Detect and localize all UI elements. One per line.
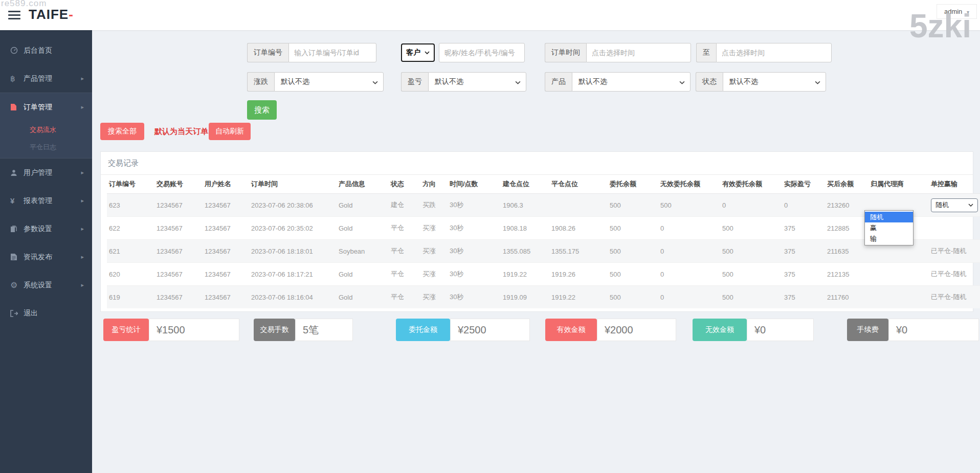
chevron-right-icon: ▸	[81, 75, 84, 82]
cell-invalid: 0	[658, 263, 720, 286]
cell-name: 1234567	[203, 240, 249, 263]
cell-open: 1355.085	[501, 240, 549, 263]
search-button[interactable]: 搜索	[247, 100, 277, 120]
cell-status: 建仓	[389, 194, 420, 217]
sidebar-item-orders[interactable]: 订单管理 ▸	[0, 93, 92, 121]
sidebar-item-label: 资讯发布	[24, 253, 52, 262]
stat-valid-amount: 有效金额 ¥2000	[545, 319, 676, 341]
cell-status: 平仓	[389, 240, 420, 263]
cell-period: 30秒	[448, 286, 501, 309]
sidebar-item-news[interactable]: 资讯发布 ▸	[0, 243, 92, 271]
to-label: 至	[696, 43, 716, 62]
product-select[interactable]: 默认不选	[572, 72, 691, 92]
cell-after: 211760	[825, 286, 868, 309]
cell-product: Gold	[337, 194, 389, 217]
order-no-input[interactable]	[288, 43, 376, 62]
today-orders-note: 默认为当天订单	[154, 123, 208, 140]
search-all-button[interactable]: 搜索全部	[100, 123, 144, 140]
sidebar-item-users[interactable]: 用户管理 ▸	[0, 159, 92, 187]
cell-name: 1234567	[203, 194, 249, 217]
cell-after: 213260	[825, 194, 868, 217]
table-row: 620123456712345672023-07-06 18:17:21Gold…	[107, 263, 980, 286]
user-name: admin	[944, 8, 962, 15]
table-row: 621123456712345672023-07-06 18:18:01Soyb…	[107, 240, 980, 263]
column-header: 交易账号	[154, 175, 203, 194]
filter-order-time: 订单时间 至	[545, 43, 832, 62]
sidebar-item-settings[interactable]: ⚙ 系统设置 ▸	[0, 271, 92, 299]
stat-label: 盈亏统计	[103, 319, 149, 341]
time-from-input[interactable]	[586, 43, 691, 62]
column-header: 无效委托余额	[658, 175, 720, 194]
chevron-right-icon: ▸	[81, 254, 84, 260]
column-header: 状态	[389, 175, 420, 194]
cell-direction: 买涨	[420, 217, 448, 240]
cell-profit: 375	[782, 240, 825, 263]
sidebar-item-label: 用户管理	[24, 168, 52, 177]
column-header: 实际盈亏	[782, 175, 825, 194]
win-control-select[interactable]: 随机	[931, 198, 978, 212]
sidebar-item-logout[interactable]: 退出	[0, 299, 92, 327]
sidebar-item-reports[interactable]: ¥ 报表管理 ▸	[0, 187, 92, 215]
dropdown-option[interactable]: 输	[865, 233, 913, 244]
cell-entrust: 500	[608, 194, 658, 217]
cell-id: 619	[107, 286, 154, 309]
user-menu[interactable]: admin ▾	[937, 4, 977, 19]
auto-refresh-button[interactable]: 自动刷新	[209, 123, 251, 140]
table-row: 622123456712345672023-07-06 20:35:02Gold…	[107, 217, 980, 240]
updown-select[interactable]: 默认不选	[274, 72, 384, 92]
cell-after: 211635	[825, 240, 868, 263]
profit-label: 盈亏	[401, 72, 428, 92]
sidebar-item-params[interactable]: 参数设置 ▸	[0, 215, 92, 243]
dropdown-option[interactable]: 随机	[865, 212, 913, 222]
column-header: 归属代理商	[868, 175, 929, 194]
stat-value: 5笔	[295, 319, 353, 341]
cell-direction: 买涨	[420, 286, 448, 309]
cell-invalid: 0	[658, 217, 720, 240]
sidebar-subitem-close-log[interactable]: 平仓日志	[0, 139, 92, 156]
stat-fee: 手续费 ¥0	[847, 319, 979, 341]
win-control-dropdown: 随机赢输	[864, 210, 914, 245]
column-header: 方向	[420, 175, 448, 194]
sidebar-group-orders: 订单管理 ▸ 交易流水 平仓日志	[0, 93, 92, 159]
cell-control: 已平仓-随机	[929, 240, 980, 263]
menu-toggle-icon[interactable]	[8, 11, 20, 21]
cell-direction: 买跌	[420, 194, 448, 217]
updown-label: 涨跌	[247, 72, 274, 92]
table-row: 623123456712345672023-07-06 20:38:06Gold…	[107, 194, 980, 217]
sidebar-item-products[interactable]: ฿ 产品管理 ▸	[0, 64, 92, 93]
stat-profit-total: 盈亏统计 ¥1500	[103, 319, 239, 341]
chevron-right-icon: ▸	[81, 104, 84, 110]
cell-profit: 375	[782, 286, 825, 309]
dashboard-icon	[10, 47, 24, 54]
time-to-input[interactable]	[716, 43, 832, 62]
dropdown-option[interactable]: 赢	[865, 222, 913, 233]
column-header: 订单时间	[249, 175, 337, 194]
cell-time: 2023-07-06 20:35:02	[249, 217, 337, 240]
cell-period: 30秒	[448, 263, 501, 286]
profit-select[interactable]: 默认不选	[428, 72, 526, 92]
sidebar-subitem-trade-flow[interactable]: 交易流水	[0, 121, 92, 139]
column-header: 订单编号	[107, 175, 154, 194]
sidebar-item-label: 系统设置	[24, 281, 52, 290]
stat-invalid-amount: 无效金额 ¥0	[693, 319, 814, 341]
stat-value: ¥2000	[597, 319, 676, 341]
sidebar-item-label: 退出	[24, 309, 38, 318]
cell-direction: 买涨	[420, 263, 448, 286]
sidebar-item-dashboard[interactable]: 后台首页	[0, 36, 92, 64]
sidebar-item-label: 报表管理	[24, 196, 52, 206]
win-control-cell: 随机	[929, 194, 980, 217]
customer-type-select[interactable]: 客户	[401, 43, 435, 62]
stat-trade-count: 交易手数 5笔	[254, 319, 353, 341]
column-header: 时间/点数	[448, 175, 501, 194]
logo-text: TAIFE	[29, 7, 69, 22]
table-row: 619123456712345672023-07-06 18:16:04Gold…	[107, 286, 980, 309]
chevron-right-icon: ▸	[81, 226, 84, 232]
customer-input[interactable]	[439, 43, 525, 62]
cell-entrust: 500	[608, 263, 658, 286]
cell-open: 1908.18	[501, 217, 549, 240]
sidebar-item-label: 订单管理	[24, 103, 52, 112]
cell-product: Soybean	[337, 240, 389, 263]
cell-id: 622	[107, 217, 154, 240]
status-select[interactable]: 默认不选	[723, 72, 826, 92]
cell-account: 1234567	[154, 194, 203, 217]
